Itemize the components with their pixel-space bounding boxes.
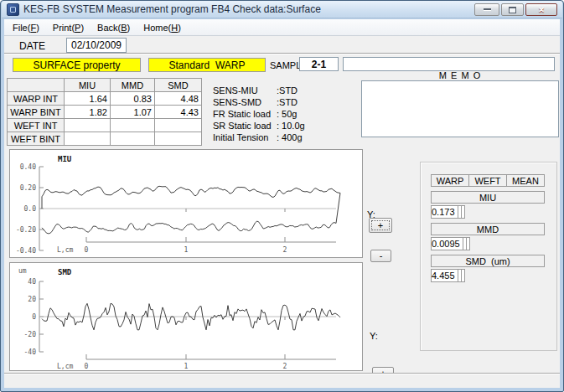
status-bar (4, 374, 560, 388)
miu-y-zoom-in-button[interactable]: + (369, 218, 392, 233)
setting-value: :STD (277, 85, 298, 95)
table-row: WEFT INT (8, 119, 202, 132)
svg-text:SMD: SMD (58, 268, 72, 276)
mmd-warp-value: 0.0095 (431, 237, 463, 250)
svg-text:0: 0 (85, 246, 89, 254)
warp-int-miu: 1.64 (65, 92, 111, 106)
memo-textarea[interactable] (362, 81, 558, 137)
results-panel: WARP WEFT MEAN MIU 0.173 MMD 0.0095 SMD … (420, 162, 557, 351)
sample-name-input[interactable] (343, 57, 555, 71)
svg-text:-20: -20 (24, 331, 37, 338)
setting-value: :STD (277, 97, 298, 107)
maximize-icon (509, 7, 516, 13)
smd-warp-value: 4.455 (431, 269, 458, 282)
svg-text:2: 2 (283, 246, 287, 254)
menu-item-back[interactable]: Back(B) (91, 20, 137, 35)
settings-block: SENS-MIU:STD SENS-SMD:STD FR Static load… (213, 85, 305, 143)
setting-label: SENS-MIU (213, 85, 277, 96)
results-values-row: 4.455 (431, 269, 545, 282)
results-values-row: 0.0095 (431, 237, 545, 250)
measure-col-mmd: MMD (111, 79, 155, 92)
weft-int-miu (65, 119, 111, 132)
app-icon (7, 3, 19, 16)
minimize-button[interactable] (474, 3, 499, 16)
results-col-warp: WARP (431, 174, 469, 187)
maximize-button[interactable] (501, 3, 524, 16)
y-scale-label: Y: (370, 331, 378, 341)
sample-number-input[interactable] (299, 57, 339, 71)
setting-value: : 400g (277, 132, 303, 142)
weft-bint-smd (155, 132, 202, 146)
svg-text:-40: -40 (24, 348, 37, 356)
close-button[interactable]: ✕ (525, 3, 557, 16)
close-icon: ✕ (538, 6, 545, 14)
measure-col-miu: MIU (65, 79, 111, 92)
svg-text:L,cm: L,cm (57, 363, 73, 370)
setting-row: SR Static load: 10.0g (213, 120, 305, 132)
setting-label: Initial Tension (213, 132, 277, 143)
warp-bint-mmd: 1.07 (111, 106, 155, 119)
svg-text:20: 20 (28, 296, 36, 303)
surface-property-banner: SURFACE property (13, 58, 141, 72)
svg-text:-0.40: -0.40 (16, 247, 36, 255)
menu-item-file[interactable]: File(F) (6, 20, 46, 35)
title-bar[interactable]: KES-FB SYSTEM Measurement program FB4 Ch… (2, 1, 562, 18)
standard-warp-banner: Standard WARP (148, 58, 266, 72)
setting-label: SR Static load (213, 120, 277, 132)
measure-col-blank (8, 79, 65, 92)
date-input[interactable] (66, 38, 127, 53)
results-section-miu: MIU (431, 191, 545, 204)
weft-bint-mmd (111, 132, 155, 146)
memo-box (361, 80, 559, 137)
application-window: KES-FB SYSTEM Measurement program FB4 Ch… (0, 0, 564, 392)
miu-chart-box: MIU0.400.200.0-0.20-0.40012L,cm (9, 149, 363, 258)
miu-friction-chart: MIU0.400.200.0-0.20-0.40012L,cm (10, 150, 362, 257)
window-title: KES-FB SYSTEM Measurement program FB4 Ch… (23, 3, 321, 15)
setting-row: SENS-SMD:STD (213, 96, 305, 108)
warp-bint-miu: 1.82 (65, 106, 111, 119)
setting-row: FR Static load: 50g (213, 108, 305, 120)
results-col-weft: WEFT (468, 174, 507, 187)
setting-label: FR Static load (213, 108, 277, 120)
measure-col-smd: SMD (155, 79, 202, 92)
smd-chart-box: SMDum40200-20-40012L,cm (9, 262, 363, 371)
smd-roughness-chart: SMDum40200-20-40012L,cm (10, 263, 362, 370)
results-values-row: 0.173 (431, 205, 545, 219)
setting-row: Initial Tension: 400g (213, 132, 305, 143)
smd-mean-value (461, 269, 465, 282)
mmd-mean-value (466, 237, 470, 250)
miu-warp-value: 0.173 (431, 205, 458, 219)
menu-bar: File(F) Print(P) Back(B) Home(H) (4, 19, 560, 36)
svg-text:1: 1 (184, 246, 189, 254)
weft-bint-miu (65, 132, 111, 146)
setting-value: : 10.0g (277, 121, 305, 131)
warp-int-mmd: 0.83 (111, 92, 155, 106)
svg-text:0.40: 0.40 (20, 163, 36, 171)
svg-text:-0.20: -0.20 (16, 226, 36, 234)
weft-int-smd (155, 119, 202, 132)
svg-text:40: 40 (28, 278, 36, 286)
results-section-mmd: MMD (431, 223, 545, 235)
warp-int-smd: 4.48 (155, 92, 202, 106)
row-label: WARP INT (8, 92, 65, 106)
svg-text:1: 1 (184, 363, 189, 370)
row-label: WARP BINT (8, 106, 65, 119)
results-col-mean: MEAN (506, 174, 545, 187)
client-area: DATE SURFACE property Standard WARP SAMP… (4, 36, 560, 388)
menu-item-print[interactable]: Print(P) (46, 20, 91, 35)
menu-item-home[interactable]: Home(H) (137, 20, 188, 35)
row-label: WEFT BINT (8, 132, 65, 146)
date-label: DATE (19, 40, 45, 52)
svg-text:0.20: 0.20 (20, 184, 36, 192)
weft-int-mmd (111, 119, 155, 132)
svg-text:um: um (18, 267, 27, 275)
miu-y-zoom-out-button[interactable]: - (370, 250, 391, 262)
minimize-icon (484, 8, 491, 11)
svg-text:0.0: 0.0 (24, 205, 37, 213)
svg-text:MIU: MIU (58, 155, 71, 163)
results-table: WARP WEFT MEAN MIU 0.173 MMD 0.0095 SMD … (431, 174, 545, 282)
svg-text:0: 0 (32, 313, 36, 321)
setting-value: : 50g (277, 109, 297, 119)
setting-label: SENS-SMD (213, 96, 277, 108)
results-section-smd: SMD (um) (431, 255, 545, 267)
